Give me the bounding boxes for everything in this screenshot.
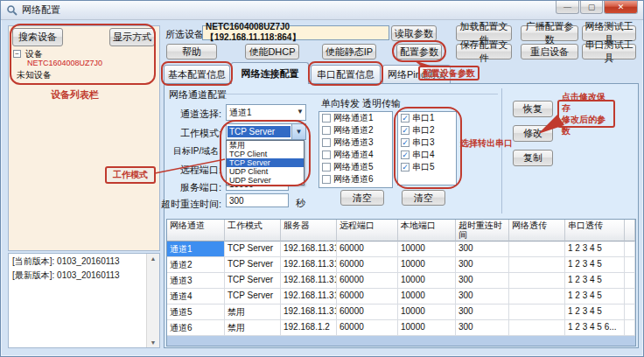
copy-button[interactable]: 复制	[513, 150, 553, 166]
checkbox-item[interactable]: ✓串口2	[398, 124, 456, 136]
table-cell[interactable]: TCP Server	[225, 257, 281, 273]
table-cell[interactable]: TCP Server	[225, 242, 281, 257]
checked-checkbox-icon[interactable]: ✓	[401, 126, 410, 135]
tab-serial-config[interactable]: 串口配置信息	[311, 65, 381, 84]
clear-net-channels-button[interactable]: 清空	[340, 190, 384, 206]
table-cell[interactable]: TCP Server	[225, 273, 281, 289]
table-cell[interactable]: 10000	[398, 257, 456, 273]
channel-select-combo[interactable]: 通道1 ▼	[226, 104, 306, 121]
search-device-button[interactable]: 搜索设备	[12, 28, 63, 46]
config-params-button[interactable]: 配置参数	[396, 44, 442, 60]
table-row[interactable]: 通道4TCP Server192.168.11.3160000100003001…	[167, 289, 635, 304]
table-cell[interactable]: 300	[456, 257, 509, 273]
checkbox-item[interactable]: 网络通道6	[319, 173, 392, 186]
enable-static-ip-button[interactable]: 使能静态IP	[322, 44, 376, 60]
table-cell[interactable]: 通道4	[167, 289, 225, 304]
checked-checkbox-icon[interactable]: ✓	[401, 138, 410, 147]
work-mode-option[interactable]: TCP Server	[227, 158, 304, 167]
table-cell[interactable]: 300	[456, 304, 509, 320]
table-cell[interactable]	[509, 242, 565, 257]
tab-network-connection[interactable]: 网络连接配置	[231, 62, 309, 84]
table-cell[interactable]: 通道1	[167, 242, 225, 257]
table-cell[interactable]: 60000	[337, 304, 398, 320]
table-cell[interactable]: 192.168.1.2	[281, 320, 337, 336]
table-cell[interactable]: 300	[456, 320, 509, 336]
minimize-button[interactable]: —	[556, 1, 579, 14]
enable-dhcp-button[interactable]: 使能DHCP	[245, 44, 299, 60]
table-cell[interactable]: 192.168.11.31	[281, 273, 337, 289]
table-cell[interactable]	[509, 257, 565, 273]
broadcast-config-button[interactable]: 广播配置参数	[521, 25, 578, 41]
tab-basic-config[interactable]: 基本配置信息	[164, 65, 230, 84]
table-cell[interactable]: 300	[456, 289, 509, 304]
selected-device-field[interactable]: NETC1604008UZ7J0 【192.168.11.118:864】	[202, 25, 389, 40]
clear-serial-ports-button[interactable]: 清空	[402, 190, 445, 206]
table-cell[interactable]: 192.168.11.31	[281, 257, 337, 273]
modify-button[interactable]: 修改	[513, 125, 553, 142]
table-cell[interactable]: 1 2 3 4 5	[565, 289, 625, 304]
table-header-cell[interactable]: 超时重连时间	[456, 220, 509, 242]
unchecked-checkbox-icon[interactable]	[322, 175, 331, 184]
serial-test-button[interactable]: 串口测试工具	[582, 44, 636, 60]
table-cell[interactable]: 192.168.11.31	[281, 304, 337, 320]
table-cell[interactable]	[509, 273, 565, 289]
work-mode-option[interactable]: UDP Client	[227, 167, 304, 176]
table-header-cell[interactable]: 网络通道	[167, 220, 225, 242]
table-row[interactable]: 通道2TCP Server192.168.11.3160000100003001…	[167, 257, 635, 273]
chevron-down-icon[interactable]: ▼	[291, 124, 305, 139]
table-header-cell[interactable]: 服务器	[281, 220, 337, 242]
save-config-button[interactable]: 保存配置文件	[456, 44, 512, 60]
checked-checkbox-icon[interactable]: ✓	[401, 150, 410, 159]
table-row[interactable]: 通道1TCP Server192.168.11.3160000100003001…	[167, 242, 635, 257]
table-cell[interactable]: 192.168.11.31	[281, 289, 337, 304]
unchecked-checkbox-icon[interactable]	[322, 126, 331, 135]
checked-checkbox-icon[interactable]: ✓	[401, 114, 410, 122]
table-cell[interactable]: 10000	[398, 242, 456, 257]
help-button[interactable]: 帮助	[166, 44, 217, 60]
checkbox-item[interactable]: ✓串口1	[398, 112, 456, 124]
table-cell[interactable]: 通道3	[167, 273, 225, 289]
table-header-cell[interactable]: 网络透传	[509, 220, 565, 242]
maximize-button[interactable]: ▢	[580, 1, 603, 14]
table-cell[interactable]: 192.168.11.31	[281, 242, 337, 257]
table-cell[interactable]: TCP Server	[225, 289, 281, 304]
scroll-up-icon[interactable]: ▲	[147, 256, 159, 262]
work-mode-option[interactable]: TCP Client	[227, 150, 304, 158]
scrollbar[interactable]: ▲ ▼	[146, 254, 159, 347]
checkbox-item[interactable]: 网络通道4	[319, 149, 392, 161]
work-mode-option[interactable]: 禁用	[227, 141, 304, 150]
table-cell[interactable]: 1 2 3 4 5	[565, 304, 625, 320]
checkbox-item[interactable]: 网络通道5	[319, 161, 392, 173]
restore-button[interactable]: 恢复	[513, 101, 553, 117]
timeout-field[interactable]: 300	[226, 193, 289, 207]
table-cell[interactable]	[509, 289, 565, 304]
table-row[interactable]: 通道6禁用192.168.1.260000100003001 2 3 4 5 6…	[167, 320, 635, 336]
table-cell[interactable]: 60000	[337, 320, 398, 336]
table-cell[interactable]: 300	[456, 242, 509, 257]
unchecked-checkbox-icon[interactable]	[322, 114, 331, 122]
table-cell[interactable]	[509, 304, 565, 320]
checkbox-item[interactable]: 网络通道1	[319, 112, 392, 124]
unchecked-checkbox-icon[interactable]	[322, 138, 331, 147]
table-cell[interactable]	[509, 320, 565, 336]
tree-unknown-device[interactable]: 未知设备	[17, 69, 52, 81]
scroll-down-icon[interactable]: ▼	[147, 340, 159, 346]
checkbox-item[interactable]: ✓串口3	[398, 136, 456, 149]
table-cell[interactable]: 通道6	[167, 320, 225, 336]
close-button[interactable]: ✕	[604, 1, 638, 14]
chevron-down-icon[interactable]: ▼	[297, 108, 304, 116]
tree-device-id[interactable]: NETC1604008UZ7J0	[27, 59, 102, 67]
table-cell[interactable]: 60000	[337, 257, 398, 273]
display-mode-button[interactable]: 显示方式	[109, 28, 155, 46]
table-header-cell[interactable]: 串口透传	[565, 220, 625, 242]
checkbox-item[interactable]: ✓串口5	[398, 161, 456, 173]
table-cell[interactable]: 1 2 3 4 5	[565, 273, 625, 289]
table-cell[interactable]: 1 2 3 4 5 6...	[565, 320, 625, 336]
checkbox-item[interactable]: 网络通道3	[319, 136, 392, 149]
read-params-button[interactable]: 读取参数	[391, 25, 437, 41]
table-cell[interactable]: 通道5	[167, 304, 225, 320]
table-cell[interactable]: 60000	[337, 242, 398, 257]
table-cell[interactable]: 通道2	[167, 257, 225, 273]
table-cell[interactable]: 60000	[337, 289, 398, 304]
table-cell[interactable]: 10000	[398, 273, 456, 289]
